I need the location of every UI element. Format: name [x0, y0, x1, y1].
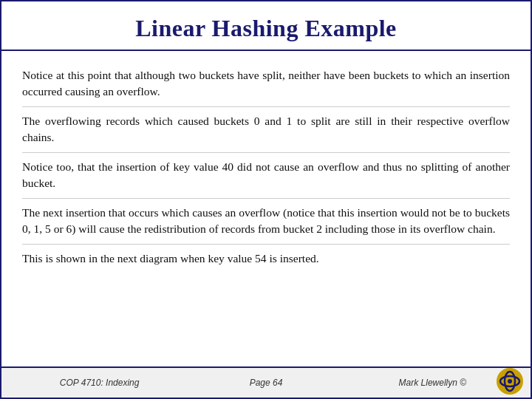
- svg-point-3: [508, 379, 512, 383]
- slide-container: Linear Hashing Example Notice at this po…: [0, 0, 532, 399]
- slide-body: Notice at this point that although two b…: [1, 51, 531, 366]
- slide-title: Linear Hashing Example: [16, 15, 516, 42]
- slide-header: Linear Hashing Example: [1, 1, 531, 51]
- paragraph-1: Notice at this point that although two b…: [22, 61, 510, 107]
- paragraph-3: Notice too, that the insertion of key va…: [22, 153, 510, 199]
- paragraph-5: This is shown in the next diagram when k…: [22, 245, 510, 273]
- logo-svg: [497, 368, 523, 395]
- footer-author: Mark Llewellyn ©: [349, 378, 516, 388]
- slide-footer: COP 4710: Indexing Page 64 Mark Llewelly…: [1, 366, 531, 398]
- logo: [497, 368, 523, 395]
- logo-circle: [497, 368, 523, 395]
- footer-course: COP 4710: Indexing: [16, 378, 183, 388]
- footer-page: Page 64: [183, 378, 349, 388]
- paragraph-2: The overflowing records which caused buc…: [22, 107, 510, 153]
- paragraph-4: The next insertion that occurs which cau…: [22, 199, 510, 245]
